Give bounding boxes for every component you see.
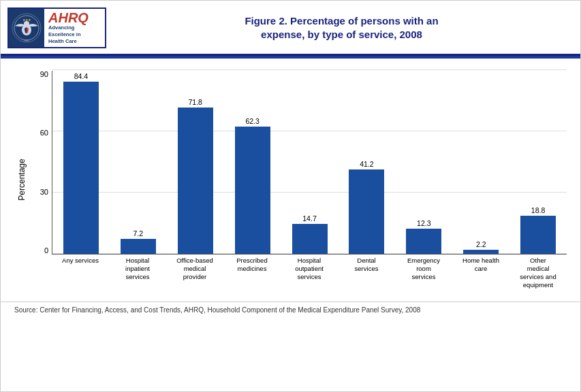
bar-group: 62.3	[224, 71, 281, 254]
footer: Source: Center for Financing, Access, an…	[1, 301, 580, 318]
bar	[292, 224, 328, 254]
logo-area: ★★★ HHS AHRQ Advancing Excellence in Hea…	[7, 7, 116, 48]
chart-container: Percentage 0 30 60 90 84.47.271.8	[1, 59, 580, 296]
logo-seal: ★★★ HHS	[9, 9, 44, 47]
x-axis-label: Prescribedmedicines	[223, 255, 281, 289]
bars-and-axes: 0 30 60 90 84.47.271.862.314.741.212.32.…	[29, 71, 567, 255]
bar	[349, 169, 384, 254]
logo-box: ★★★ HHS AHRQ Advancing Excellence in Hea…	[7, 7, 106, 48]
bar-value-label: 71.8	[189, 98, 202, 106]
bar-value-label: 41.2	[360, 160, 373, 168]
y-axis-label: Percentage	[17, 159, 27, 201]
bar-group: 14.7	[281, 71, 339, 254]
x-axis-label: Office-basedmedicalprovider	[166, 255, 223, 289]
y-axis-ticks: 0 30 60 90	[29, 71, 48, 255]
y-tick-30: 30	[29, 189, 48, 196]
bar	[121, 239, 156, 254]
y-tick-60: 60	[29, 129, 48, 137]
y-tick-0: 0	[29, 247, 48, 255]
bar-group: 71.8	[167, 71, 224, 254]
svg-text:★★★: ★★★	[22, 18, 31, 22]
bar-group: 84.4	[52, 71, 110, 254]
bar	[463, 250, 499, 254]
ahrq-tagline: Advancing Excellence in Health Care	[48, 24, 89, 44]
y-tick-90: 90	[29, 71, 48, 78]
x-axis-label: Emergencyroomservices	[395, 255, 452, 289]
bars-row: 84.47.271.862.314.741.212.32.218.8	[52, 71, 567, 254]
bar-group: 18.8	[509, 71, 567, 254]
source-text: Source: Center for Financing, Access, an…	[14, 306, 420, 314]
chart-title-area: Figure 2. Percentage of persons with an …	[116, 14, 567, 42]
bar-value-label: 7.2	[134, 229, 144, 238]
ahrq-brand: AHRQ	[48, 11, 89, 24]
bar-group: 12.3	[395, 71, 452, 254]
page-wrapper: ★★★ HHS AHRQ Advancing Excellence in Hea…	[1, 1, 580, 318]
chart-plot-area: 0 30 60 90 84.47.271.862.314.741.212.32.…	[29, 71, 567, 289]
bars-area: 84.47.271.862.314.741.212.32.218.8	[52, 71, 567, 255]
x-axis-label: Any services	[52, 255, 109, 289]
x-axis-label: Dentalservices	[338, 255, 395, 289]
bar-group: 7.2	[110, 71, 167, 254]
bar-group: 2.2	[452, 71, 509, 254]
bar	[406, 229, 441, 254]
bar-value-label: 62.3	[245, 117, 259, 125]
svg-text:HHS: HHS	[24, 39, 29, 42]
y-axis-label-wrap: Percentage	[14, 71, 29, 289]
bar	[235, 127, 270, 254]
hhs-seal-icon: ★★★ HHS	[11, 12, 42, 44]
x-axis-label: Othermedicalservices andequipment	[509, 255, 567, 289]
header: ★★★ HHS AHRQ Advancing Excellence in Hea…	[1, 1, 580, 56]
logo-text-block: AHRQ Advancing Excellence in Health Care	[44, 8, 93, 47]
x-labels-row: Any servicesHospitalinpatientservicesOff…	[52, 255, 567, 289]
bar-value-label: 14.7	[302, 214, 316, 223]
bar-value-label: 2.2	[476, 240, 486, 248]
bar	[178, 108, 213, 254]
chart-inner: Percentage 0 30 60 90 84.47.271.8	[14, 71, 567, 289]
bar-value-label: 84.4	[74, 72, 88, 80]
x-axis-label: Home healthcare	[452, 255, 509, 289]
x-axis-label: Hospitalinpatientservices	[109, 255, 166, 289]
x-axis-label: Hospitaloutpatientservices	[281, 255, 338, 289]
bar-group: 41.2	[338, 71, 395, 254]
svg-point-3	[24, 21, 29, 27]
chart-title: Figure 2. Percentage of persons with an …	[130, 14, 553, 42]
bar	[63, 82, 99, 254]
bar-value-label: 18.8	[531, 206, 545, 214]
grid-line	[52, 69, 567, 70]
bar-value-label: 12.3	[417, 219, 430, 227]
bar	[520, 216, 556, 254]
